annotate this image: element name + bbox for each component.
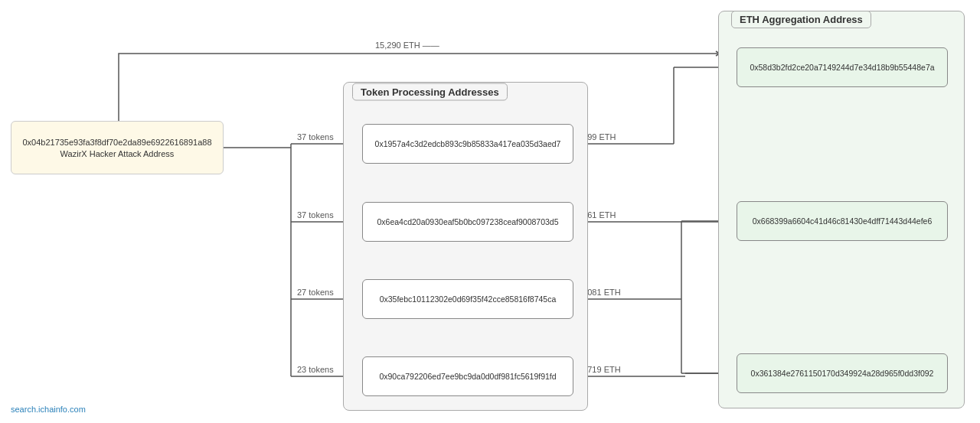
svg-text:37 tokens: 37 tokens (297, 210, 334, 220)
agg-address-1: 0x58d3b2fd2ce20a7149244d7e34d18b9b55448e… (750, 63, 934, 72)
proc-address-1: 0x1957a4c3d2edcb893c9b85833a417ea035d3ae… (375, 139, 561, 148)
proc-node-1: 0x1957a4c3d2edcb893c9b85833a417ea035d3ae… (362, 124, 573, 164)
proc-address-3: 0x35febc10112302e0d69f35f42cce85816f8745… (380, 294, 557, 304)
agg-node-2: 0x668399a6604c41d46c81430e4dff71443d44ef… (737, 201, 948, 241)
source-label: WazirX Hacker Attack Address (60, 149, 175, 158)
source-address: 0x04b21735e93fa3f8df70e2da89e6922616891a… (22, 138, 211, 147)
proc-node-4: 0x90ca792206ed7ee9bc9da0d0df981fc5619f91… (362, 356, 573, 396)
proc-address-2: 0x6ea4cd20a0930eaf5b0bc097238ceaf9008703… (377, 217, 558, 226)
svg-text:37 tokens: 37 tokens (297, 132, 334, 142)
svg-text:27 tokens: 27 tokens (297, 288, 334, 297)
agg-address-2: 0x668399a6604c41d46c81430e4dff71443d44ef… (753, 216, 933, 226)
footer-link[interactable]: search.ichainfo.com (11, 405, 86, 414)
top-flow-label: 15,290 ETH —— (375, 41, 439, 50)
agg-address-3: 0x361384e2761150170d349924a28d965f0dd3f0… (751, 369, 934, 378)
proc-address-4: 0x90ca792206ed7ee9bc9da0d0df981fc5619f91… (379, 372, 556, 381)
proc-node-2: 0x6ea4cd20a0930eaf5b0bc097238ceaf9008703… (362, 202, 573, 242)
diagram-container: 15,290 ETH —— 37 tokens 37 tokens 27 tok… (0, 0, 980, 423)
agg-node-1: 0x58d3b2fd2ce20a7149244d7e34d18b9b55448e… (737, 47, 948, 87)
proc-node-3: 0x35febc10112302e0d69f35f42cce85816f8745… (362, 279, 573, 319)
source-node: 0x04b21735e93fa3f8df70e2da89e6922616891a… (11, 121, 224, 174)
token-group-label: Token Processing Addresses (352, 83, 508, 101)
eth-agg-label: ETH Aggregation Address (731, 11, 871, 28)
agg-node-3: 0x361384e2761150170d349924a28d965f0dd3f0… (737, 353, 948, 393)
svg-text:23 tokens: 23 tokens (297, 365, 334, 374)
